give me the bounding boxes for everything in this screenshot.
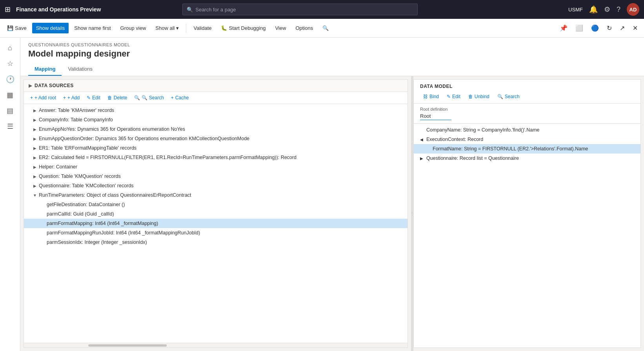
sidebar-item-favorites[interactable]: ☆ [3,57,17,71]
left-sidebar: ⌂ ☆ 🕐 ▦ ▤ ☰ [0,38,20,351]
chevron-right-icon: ▶ [32,117,38,123]
search-placeholder: Search for a page [195,7,236,13]
panels-area: ▶ DATA SOURCES + + Add root + + Add ✎ Ed… [20,76,644,351]
dm-item-questionnaire[interactable]: ▶ Questionnaire: Record list = Questionn… [414,154,640,163]
ds-item-er2[interactable]: ▶ ER2: Calculated field = FIRSTORNULL(FI… [24,153,408,162]
sidebar-item-home[interactable]: ⌂ [3,41,17,55]
ds-item-answer[interactable]: ▶ Answer: Table 'KMAnswer' records [24,106,408,115]
avatar[interactable]: AD [627,3,639,16]
cache-icon: + [171,95,174,101]
search-icon: 🔍 [322,25,329,31]
ds-hscroll-thumb[interactable] [88,344,167,347]
dm-search-button[interactable]: 🔍 Search [494,92,523,101]
chevron-right-icon: ▶ [420,156,426,161]
group-view-button[interactable]: Group view [116,23,150,33]
cache-button[interactable]: + Cache [168,93,192,102]
ds-search-button[interactable]: 🔍 🔍 Search [131,93,167,102]
data-model-panel: DATA MODEL ⛓ Bind ✎ Edit 🗑 Unbind [413,79,641,348]
sidebar-item-list[interactable]: ☰ [3,119,17,133]
dm-edit-button[interactable]: ✎ Edit [444,92,464,101]
search-icon: 🔍 [187,7,193,13]
spacer-icon [40,211,46,217]
ds-item-parmsessionidx[interactable]: parmSessionIdx: Integer (Integer _sessio… [24,238,408,247]
root-definition-label: Root definition [420,107,634,112]
refresh-icon[interactable]: ↻ [604,22,615,34]
ds-toggle-icon[interactable]: ▶ [29,83,32,88]
sidebar-item-workspaces[interactable]: ▦ [3,88,17,102]
ds-item-parmformatmapping[interactable]: parmFormatMapping: Int64 (Int64 _formatM… [24,219,408,228]
dm-title: DATA MODEL [420,84,634,89]
chevron-right-icon: ▶ [32,164,38,170]
chevron-right-icon: ▶ [32,183,38,189]
unbind-button[interactable]: 🗑 Unbind [465,92,493,101]
data-sources-header: ▶ DATA SOURCES [24,80,408,92]
notification-icon[interactable]: 🔔 [589,5,598,14]
validate-button[interactable]: Validate [189,23,215,33]
unbind-icon: 🗑 [468,94,473,99]
spacer-icon [40,201,46,208]
grid-icon[interactable]: ⊞ [5,5,11,14]
save-button[interactable]: 💾 Save [3,23,31,33]
add-button[interactable]: + + Add [60,93,83,102]
open-new-icon[interactable]: ↗ [617,22,628,34]
chevron-right-icon: ▶ [32,154,38,161]
page-title: Model mapping designer [28,49,636,59]
edit-button[interactable]: ✎ Edit [84,93,104,102]
sidebar-item-filter[interactable]: ▤ [3,104,17,118]
tab-validations[interactable]: Validations [62,63,99,76]
add-root-button[interactable]: + + Add root [27,93,59,102]
ds-item-question[interactable]: ▶ Question: Table 'KMQuestion' records [24,172,408,181]
sidebar-item-recent[interactable]: 🕐 [3,72,17,86]
show-all-button[interactable]: Show all ▾ [151,23,183,33]
ds-title: DATA SOURCES [35,83,74,88]
root-value: Root [420,113,451,120]
ds-item-enumappnoyes[interactable]: ▶ EnumAppNoYes: Dynamics 365 for Operati… [24,124,408,134]
ds-item-parmformatmappingrunjobid[interactable]: parmFormatMappingRunJobId: Int64 (Int64 … [24,228,408,238]
dm-tree: CompanyName: String = CompanyInfo.'find(… [414,124,640,347]
help-icon[interactable]: ? [617,5,620,14]
tab-mapping[interactable]: Mapping [28,63,62,76]
dm-item-executioncontext[interactable]: ◀ ExecutionContext: Record [414,135,640,144]
chevron-right-icon: ▶ [32,135,38,142]
options-button[interactable]: Options [291,23,317,33]
dm-item-formatname[interactable]: FormatName: String = FIRSTORNULL (ER2.'>… [414,144,640,154]
page-tabs: Mapping Validations [28,63,636,76]
view-button[interactable]: View [271,23,290,33]
chevron-down-icon: ◀ [420,137,426,142]
show-name-first-button[interactable]: Show name first [70,23,115,33]
breadcrumb: QUESTIONNAIRES QUESTIONNAIRES MODEL [28,42,636,47]
page-header: QUESTIONNAIRES QUESTIONNAIRES MODEL Mode… [20,38,644,76]
ds-item-er1[interactable]: ▶ ER1: Table 'ERFormatMappingTable' reco… [24,143,408,153]
ds-item-questionnaire[interactable]: ▶ Questionnaire: Table 'KMCollection' re… [24,181,408,190]
chevron-down-icon: ▼ [32,192,38,198]
ds-item-enumappquestionorder[interactable]: ▶ EnumAppQuestionOrder: Dynamics 365 for… [24,134,408,143]
delete-button[interactable]: 🗑 Delete [104,93,131,102]
dm-item-companyname[interactable]: CompanyName: String = CompanyInfo.'find(… [414,125,640,135]
ds-item-companyinfo[interactable]: ▶ CompanyInfo: Table CompanyInfo [24,115,408,124]
ds-item-parmcallid[interactable]: parmCallId: Guid (Guid _callId) [24,209,408,219]
ds-item-runtime[interactable]: ▼ RunTimeParameters: Object of class Que… [24,190,408,200]
delete-icon: 🗑 [107,95,112,101]
ds-hscroll[interactable] [24,343,408,347]
bind-button[interactable]: ⛓ Bind [420,92,442,101]
global-search-bar[interactable]: 🔍 Search for a page [182,4,418,15]
start-debugging-button[interactable]: 🐛 Start Debugging [217,23,269,33]
app-title: Finance and Operations Preview [16,6,101,13]
add-icon: + [63,95,66,101]
ds-item-helper[interactable]: ▶ Helper: Container [24,162,408,172]
main-toolbar: 💾 Save Show details Show name first Grou… [0,19,644,38]
chevron-right-icon: ▶ [32,107,38,113]
toolbar-sep-1 [186,24,186,33]
search-toolbar-button[interactable]: 🔍 [318,23,333,33]
show-details-button[interactable]: Show details [32,23,69,33]
badge-notification-button[interactable]: 🔵 [588,22,602,34]
main-layout: ⌂ ☆ 🕐 ▦ ▤ ☰ QUESTIONNAIRES QUESTIONNAIRE… [0,38,644,351]
spacer-icon [40,230,46,236]
settings-icon[interactable]: ⚙ [604,5,610,14]
close-icon[interactable]: ✕ [629,22,641,34]
ds-item-getfiledest[interactable]: getFileDestination: DataContainer () [24,200,408,209]
content-area: QUESTIONNAIRES QUESTIONNAIRES MODEL Mode… [20,38,644,351]
expand-icon[interactable]: ⬜ [572,22,586,34]
pin-icon[interactable]: 📌 [557,22,571,34]
dm-toolbar: ⛓ Bind ✎ Edit 🗑 Unbind 🔍 [420,92,634,101]
